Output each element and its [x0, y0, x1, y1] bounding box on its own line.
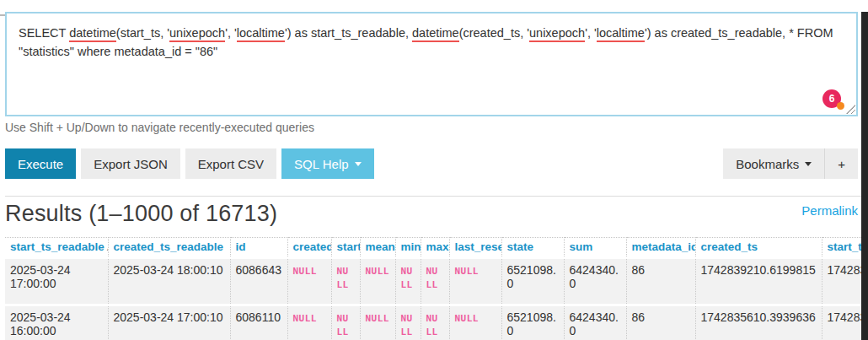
table-cell: NULL [331, 305, 360, 340]
table-cell: NULL [421, 258, 449, 305]
null-value: NULL [455, 266, 480, 277]
null-value: NULL [455, 313, 480, 324]
table-cell: NULL [395, 258, 421, 305]
misspelled-word: unixepoch [529, 26, 585, 42]
table-cell: NULL [449, 258, 501, 305]
table-row: 2025-03-24 16:00:002025-03-24 17:00:1060… [5, 305, 861, 340]
table-cell: 2025-03-24 17:00:00 [5, 258, 108, 305]
null-value: NULL [293, 313, 318, 324]
table-cell: 6424340.0 [564, 258, 626, 305]
column-header-id[interactable]: id [230, 238, 287, 258]
column-header-max[interactable]: max [421, 238, 449, 258]
null-value: NULL [401, 266, 413, 290]
table-cell: 6521098.0 [501, 305, 564, 340]
table-cell: NULL [360, 305, 395, 340]
misspelled-word: localtime [597, 26, 645, 42]
bookmarks-label: Bookmarks [736, 157, 799, 171]
query-text-segment: ') as start_ts_readable, [285, 26, 412, 40]
query-navigation-hint: Use Shift + Up/Down to navigate recently… [5, 121, 861, 134]
results-header-row: start_ts_readable▲created_ts_readableidc… [5, 238, 861, 258]
null-value: NULL [401, 313, 413, 337]
table-cell: 2025-03-24 17:00:10 [108, 305, 230, 340]
table-cell: 6086110 [230, 305, 287, 340]
table-cell: NULL [287, 305, 331, 340]
sql-help-button[interactable]: SQL Help [281, 148, 373, 179]
sql-query-editor[interactable]: SELECT datetime(start_ts, 'unixepoch', '… [5, 12, 858, 116]
null-value: NULL [426, 266, 438, 290]
table-cell: 2025-03-24 16:00:00 [5, 305, 108, 340]
bookmarks-button[interactable]: Bookmarks [723, 148, 824, 179]
column-header-start_ts_readable[interactable]: start_ts_readable▲ [5, 238, 108, 258]
table-cell: NULL [449, 305, 501, 340]
query-text-segment: (created_ts, ' [459, 26, 529, 40]
column-header-created_ts_readable[interactable]: created_ts_readable [108, 238, 230, 258]
results-table: start_ts_readable▲created_ts_readableidc… [5, 237, 861, 340]
table-cell: 6521098.0 [501, 258, 564, 305]
export-csv-button[interactable]: Export CSV [185, 148, 276, 179]
column-header-last_reset[interactable]: last_reset [449, 238, 501, 258]
results-title: Results (1–1000 of 16713) [5, 201, 277, 227]
sql-help-label: SQL Help [294, 157, 348, 171]
table-cell: NULL [395, 305, 421, 340]
null-value: NULL [366, 266, 390, 277]
results-header: Results (1–1000 of 16713) Permalink [5, 201, 858, 227]
query-text-segment: SELECT [19, 26, 69, 40]
query-text-segment: ', ' [225, 26, 237, 40]
table-cell: 1742839210.6199815 [695, 258, 822, 305]
results-table-body: 2025-03-24 17:00:002025-03-24 18:00:1060… [5, 258, 861, 340]
misspelled-word: unixepoch [169, 26, 225, 42]
query-toolbar: Execute Export JSON Export CSV SQL Help … [5, 148, 858, 179]
column-header-start[interactable]: start [331, 238, 360, 258]
add-bookmark-button[interactable]: + [824, 148, 858, 179]
column-header-mean[interactable]: mean [360, 238, 395, 258]
query-text-segment: (start_ts, ' [116, 26, 169, 40]
table-cell: 2025-03-24 18:00:10 [108, 258, 230, 305]
table-cell: 1742835600. [822, 258, 861, 305]
table-cell: 6086643 [230, 258, 287, 305]
table-cell: 1742832000. [822, 305, 861, 340]
table-row: 2025-03-24 17:00:002025-03-24 18:00:1060… [5, 258, 861, 305]
table-cell: NULL [360, 258, 395, 305]
null-value: NULL [426, 313, 438, 337]
column-header-metadata_id[interactable]: metadata_id [626, 238, 695, 258]
extension-badge[interactable]: 6 [822, 89, 841, 108]
column-header-start_ts[interactable]: start_ts [822, 238, 861, 258]
screen-edge [861, 12, 868, 340]
column-header-state[interactable]: state [501, 238, 564, 258]
permalink-link[interactable]: Permalink [801, 203, 858, 218]
table-cell: NULL [331, 258, 360, 305]
column-header-created[interactable]: created [287, 238, 331, 258]
bookmarks-button-group: Bookmarks + [723, 148, 858, 179]
resize-grip-icon[interactable] [846, 105, 855, 114]
table-cell: NULL [421, 305, 449, 340]
table-cell: 86 [626, 305, 695, 340]
chevron-down-icon [805, 162, 812, 166]
null-value: NULL [366, 313, 390, 324]
column-header-created_ts[interactable]: created_ts [695, 238, 822, 258]
table-cell: 6424340.0 [564, 305, 626, 340]
misspelled-word: datetime [69, 26, 116, 42]
table-cell: NULL [287, 258, 331, 305]
section-divider [5, 196, 861, 197]
table-cell: 86 [626, 258, 695, 305]
null-value: NULL [337, 266, 349, 290]
results-table-wrap: start_ts_readable▲created_ts_readableidc… [5, 237, 861, 340]
misspelled-word: datetime [412, 26, 459, 42]
column-header-sum[interactable]: sum [564, 238, 626, 258]
null-value: NULL [337, 313, 349, 337]
sqlite-web-query-page: SELECT datetime(start_ts, 'unixepoch', '… [0, 12, 868, 340]
table-cell: 1742835610.3939636 [695, 305, 822, 340]
extension-badge-count: 6 [829, 91, 835, 107]
badge-dot [837, 102, 844, 110]
export-json-button[interactable]: Export JSON [81, 148, 180, 179]
query-text-segment: ', ' [585, 26, 597, 40]
sql-query-text: SELECT datetime(start_ts, 'unixepoch', '… [19, 24, 844, 62]
chevron-down-icon [355, 162, 362, 166]
null-value: NULL [293, 266, 318, 277]
misspelled-word: localtime [237, 26, 285, 42]
execute-button[interactable]: Execute [5, 148, 76, 179]
column-header-min[interactable]: min [395, 238, 421, 258]
